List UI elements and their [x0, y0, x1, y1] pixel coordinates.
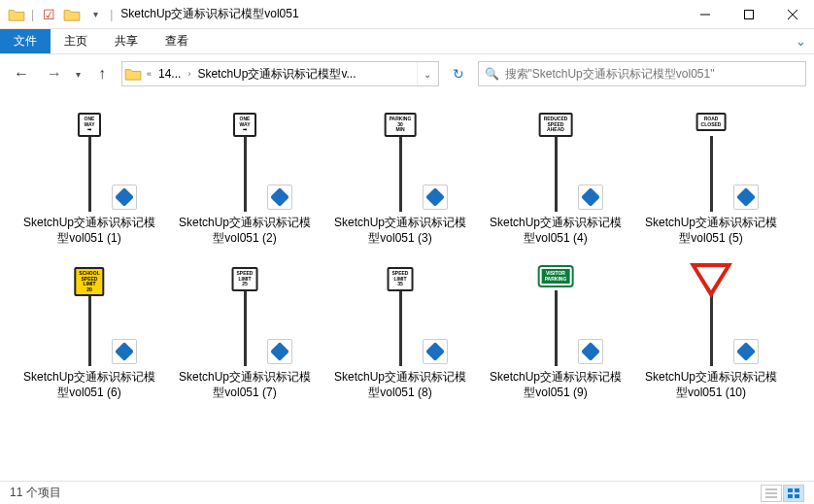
status-bar: 11 个项目 [0, 481, 814, 504]
ribbon-expand-button[interactable]: ⌄ [788, 29, 814, 53]
titlebar: | ☑ ▾ | SketchUp交通标识标记模型vol051 [0, 0, 814, 29]
window-title: SketchUp交通标识标记模型vol051 [120, 6, 298, 22]
traffic-sign-icon: ONE WAY ➡ [78, 113, 101, 137]
quick-access-toolbar: | ☑ ▾ | SketchUp交通标识标记模型vol051 [0, 4, 299, 25]
chevron-right-icon[interactable]: « [144, 69, 154, 79]
file-item[interactable]: ROAD CLOSEDSketchUp交通标识标记模型vol051 (5) [635, 103, 787, 250]
file-label: SketchUp交通标识标记模型vol051 (4) [484, 214, 627, 246]
file-item[interactable]: PARKING 30 MINSketchUp交通标识标记模型vol051 (3) [324, 103, 476, 250]
sketchup-file-icon [733, 339, 759, 364]
sketchup-file-icon [112, 339, 137, 364]
file-label: SketchUp交通标识标记模型vol051 (6) [17, 368, 161, 400]
address-dropdown-icon[interactable]: ⌄ [417, 62, 438, 85]
details-view-button[interactable] [761, 485, 782, 502]
file-item[interactable]: ONE WAY ➡SketchUp交通标识标记模型vol051 (2) [169, 103, 321, 250]
ribbon-tabs: 文件 主页 共享 查看 ⌄ [0, 29, 814, 54]
file-thumbnail: REDUCED SPEED AHEAD [502, 107, 609, 214]
svg-rect-1 [744, 10, 753, 18]
yield-sign-icon [690, 263, 732, 298]
search-placeholder: 搜索"SketchUp交通标识标记模型vol051" [505, 66, 715, 83]
separator: | [31, 8, 34, 21]
sketchup-file-icon [578, 339, 603, 364]
traffic-sign-icon: VISITOR PARKING [540, 267, 572, 286]
traffic-sign-icon: SCHOOL SPEED LIMIT 20 [74, 267, 104, 296]
maximize-button[interactable] [727, 0, 770, 29]
traffic-sign-icon: SPEED LIMIT 35 [388, 267, 414, 291]
file-thumbnail: SCHOOL SPEED LIMIT 20 [36, 261, 143, 368]
svg-rect-7 [788, 488, 793, 492]
svg-rect-8 [795, 488, 799, 492]
file-thumbnail: SPEED LIMIT 25 [191, 261, 298, 368]
svg-rect-10 [795, 494, 799, 498]
file-label: SketchUp交通标识标记模型vol051 (5) [639, 214, 783, 246]
file-item[interactable]: SCHOOL SPEED LIMIT 20SketchUp交通标识标记模型vol… [14, 257, 165, 404]
tab-view[interactable]: 查看 [152, 29, 202, 53]
forward-button[interactable]: → [41, 60, 68, 87]
search-box[interactable]: 🔍 搜索"SketchUp交通标识标记模型vol051" [478, 61, 807, 86]
close-button[interactable] [770, 0, 814, 29]
checkbox-checked-icon[interactable]: ☑ [38, 4, 59, 25]
traffic-sign-icon: ROAD CLOSED [696, 113, 727, 131]
svg-rect-9 [788, 494, 793, 498]
file-thumbnail: VISITOR PARKING [502, 261, 609, 368]
breadcrumb-segment[interactable]: 14... [154, 67, 185, 81]
navigation-bar: ← → ▾ ↑ « 14... › SketchUp交通标识标记模型v... ⌄… [0, 54, 814, 93]
traffic-sign-icon: ONE WAY ➡ [233, 113, 256, 137]
file-label: SketchUp交通标识标记模型vol051 (8) [328, 368, 472, 400]
file-item[interactable]: SketchUp交通标识标记模型vol051 (10) [635, 257, 787, 404]
breadcrumb-segment[interactable]: SketchUp交通标识标记模型v... [193, 66, 359, 83]
file-thumbnail [658, 261, 764, 368]
chevron-right-icon[interactable]: › [185, 69, 193, 79]
up-button[interactable]: ↑ [88, 60, 116, 87]
traffic-sign-icon: REDUCED SPEED AHEAD [539, 113, 573, 137]
file-item[interactable]: VISITOR PARKINGSketchUp交通标识标记模型vol051 (9… [480, 257, 631, 404]
file-label: SketchUp交通标识标记模型vol051 (2) [173, 214, 317, 246]
file-label: SketchUp交通标识标记模型vol051 (3) [328, 214, 472, 246]
qat-dropdown-icon[interactable]: ▾ [85, 4, 106, 25]
file-item[interactable]: SPEED LIMIT 25SketchUp交通标识标记模型vol051 (7) [169, 257, 321, 404]
file-thumbnail: ROAD CLOSED [658, 107, 764, 214]
file-item[interactable]: ONE WAY ➡SketchUp交通标识标记模型vol051 (1) [14, 103, 165, 250]
file-thumbnail: SPEED LIMIT 35 [347, 261, 454, 368]
file-thumbnail: ONE WAY ➡ [36, 107, 143, 214]
file-thumbnail: PARKING 30 MIN [347, 107, 454, 214]
sketchup-file-icon [578, 185, 603, 210]
file-item[interactable]: SPEED LIMIT 35SketchUp交通标识标记模型vol051 (8) [324, 257, 476, 404]
tab-share[interactable]: 共享 [101, 29, 152, 53]
traffic-sign-icon: SPEED LIMIT 25 [232, 267, 258, 291]
refresh-button[interactable]: ↻ [445, 61, 472, 86]
file-item[interactable]: REDUCED SPEED AHEADSketchUp交通标识标记模型vol05… [480, 103, 631, 250]
file-label: SketchUp交通标识标记模型vol051 (10) [639, 368, 783, 400]
sketchup-file-icon [733, 185, 759, 210]
history-dropdown-icon[interactable]: ▾ [74, 69, 83, 80]
search-icon: 🔍 [485, 67, 499, 81]
back-button[interactable]: ← [8, 60, 35, 87]
file-label: SketchUp交通标识标记模型vol051 (9) [484, 368, 627, 400]
window-controls [683, 0, 814, 29]
folder-small-icon[interactable] [61, 4, 83, 25]
folder-icon [122, 64, 144, 84]
sketchup-file-icon [423, 339, 448, 364]
tab-home[interactable]: 主页 [51, 29, 101, 53]
file-label: SketchUp交通标识标记模型vol051 (1) [17, 214, 161, 246]
item-count: 11 个项目 [10, 485, 61, 501]
minimize-button[interactable] [683, 0, 727, 29]
file-grid: ONE WAY ➡SketchUp交通标识标记模型vol051 (1)ONE W… [0, 93, 814, 481]
folder-icon [6, 4, 27, 25]
sketchup-file-icon [112, 185, 137, 210]
tab-file[interactable]: 文件 [0, 29, 51, 53]
address-bar[interactable]: « 14... › SketchUp交通标识标记模型v... ⌄ [121, 61, 439, 86]
file-label: SketchUp交通标识标记模型vol051 (7) [173, 368, 317, 400]
separator: | [110, 8, 113, 21]
thumbnails-view-button[interactable] [783, 485, 804, 502]
sketchup-file-icon [423, 185, 448, 210]
file-thumbnail: ONE WAY ➡ [191, 107, 298, 214]
sketchup-file-icon [267, 339, 292, 364]
traffic-sign-icon: PARKING 30 MIN [385, 113, 417, 137]
sketchup-file-icon [267, 185, 292, 210]
